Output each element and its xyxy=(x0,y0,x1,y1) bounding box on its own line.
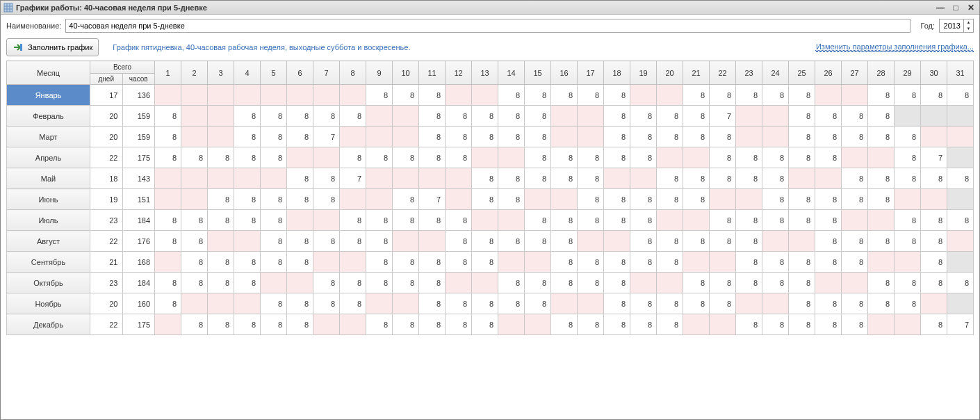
day-cell[interactable]: 8 xyxy=(155,273,181,293)
day-cell[interactable] xyxy=(340,85,366,106)
header-day-28[interactable]: 28 xyxy=(868,61,895,85)
month-cell[interactable]: Декабрь xyxy=(7,314,90,335)
day-cell[interactable] xyxy=(393,231,419,252)
day-cell[interactable] xyxy=(472,147,498,168)
day-cell[interactable] xyxy=(366,127,393,147)
day-cell[interactable] xyxy=(710,189,736,210)
day-cell[interactable] xyxy=(155,85,181,106)
table-row[interactable]: Июль2318488888888888888888888888 xyxy=(7,210,974,231)
day-cell[interactable]: 8 xyxy=(287,314,313,335)
day-cell[interactable]: 8 xyxy=(446,231,472,252)
day-cell[interactable] xyxy=(208,293,234,314)
hours-cell[interactable]: 136 xyxy=(122,85,155,106)
day-cell[interactable]: 8 xyxy=(525,168,551,189)
day-cell[interactable]: 8 xyxy=(895,293,921,314)
day-cell[interactable]: 8 xyxy=(234,189,261,210)
day-cell[interactable]: 8 xyxy=(472,127,498,147)
day-cell[interactable] xyxy=(895,189,921,210)
day-cell[interactable]: 8 xyxy=(842,293,868,314)
header-day-9[interactable]: 9 xyxy=(366,61,393,85)
day-cell[interactable]: 8 xyxy=(525,147,551,168)
day-cell[interactable]: 8 xyxy=(155,127,181,147)
day-cell[interactable] xyxy=(287,210,313,231)
day-cell[interactable]: 8 xyxy=(657,106,683,127)
day-cell[interactable]: 8 xyxy=(498,127,525,147)
day-cell[interactable] xyxy=(683,147,710,168)
day-cell[interactable]: 8 xyxy=(287,106,313,127)
day-cell[interactable]: 8 xyxy=(181,273,208,293)
day-cell[interactable] xyxy=(710,314,736,335)
day-cell[interactable] xyxy=(472,273,498,293)
month-cell[interactable]: Сентябрь xyxy=(7,252,90,273)
hours-cell[interactable]: 176 xyxy=(122,231,155,252)
day-cell[interactable] xyxy=(181,168,208,189)
day-cell[interactable] xyxy=(947,127,974,147)
day-cell[interactable] xyxy=(366,189,393,210)
header-day-1[interactable]: 1 xyxy=(155,61,181,85)
day-cell[interactable]: 8 xyxy=(604,252,630,273)
year-up-button[interactable]: ▲ xyxy=(963,19,973,26)
day-cell[interactable]: 7 xyxy=(921,147,947,168)
day-cell[interactable]: 8 xyxy=(683,189,710,210)
days-cell[interactable]: 18 xyxy=(90,168,123,189)
day-cell[interactable]: 8 xyxy=(525,85,551,106)
day-cell[interactable]: 8 xyxy=(181,231,208,252)
header-day-30[interactable]: 30 xyxy=(921,61,947,85)
day-cell[interactable]: 8 xyxy=(340,147,366,168)
day-cell[interactable] xyxy=(393,106,419,127)
day-cell[interactable] xyxy=(842,85,868,106)
day-cell[interactable] xyxy=(604,168,630,189)
day-cell[interactable] xyxy=(657,210,683,231)
day-cell[interactable]: 8 xyxy=(895,127,921,147)
header-day-19[interactable]: 19 xyxy=(630,61,657,85)
day-cell[interactable]: 8 xyxy=(366,231,393,252)
hours-cell[interactable]: 184 xyxy=(122,210,155,231)
day-cell[interactable] xyxy=(710,252,736,273)
day-cell[interactable]: 8 xyxy=(578,168,604,189)
header-day-27[interactable]: 27 xyxy=(842,61,868,85)
day-cell[interactable]: 8 xyxy=(419,210,446,231)
table-row[interactable]: Сентябрь21168888888888888888888888 xyxy=(7,252,974,273)
day-cell[interactable] xyxy=(313,210,340,231)
day-cell[interactable]: 8 xyxy=(313,168,340,189)
year-down-button[interactable]: ▼ xyxy=(963,26,973,32)
day-cell[interactable]: 8 xyxy=(868,85,895,106)
day-cell[interactable] xyxy=(868,210,895,231)
day-cell[interactable] xyxy=(947,293,974,314)
day-cell[interactable]: 8 xyxy=(710,231,736,252)
header-day-20[interactable]: 20 xyxy=(657,61,683,85)
header-day-10[interactable]: 10 xyxy=(393,61,419,85)
day-cell[interactable] xyxy=(393,168,419,189)
day-cell[interactable]: 8 xyxy=(419,252,446,273)
day-cell[interactable]: 8 xyxy=(287,231,313,252)
day-cell[interactable] xyxy=(868,252,895,273)
day-cell[interactable]: 8 xyxy=(789,106,815,127)
day-cell[interactable]: 8 xyxy=(208,210,234,231)
day-cell[interactable] xyxy=(155,189,181,210)
day-cell[interactable] xyxy=(578,127,604,147)
day-cell[interactable]: 8 xyxy=(525,210,551,231)
day-cell[interactable]: 8 xyxy=(419,314,446,335)
minimize-button[interactable]: ― xyxy=(935,3,946,13)
day-cell[interactable]: 8 xyxy=(498,293,525,314)
day-cell[interactable] xyxy=(498,252,525,273)
day-cell[interactable]: 8 xyxy=(789,189,815,210)
day-cell[interactable]: 8 xyxy=(498,189,525,210)
day-cell[interactable]: 8 xyxy=(710,273,736,293)
day-cell[interactable]: 8 xyxy=(287,189,313,210)
days-cell[interactable]: 20 xyxy=(90,106,123,127)
day-cell[interactable]: 8 xyxy=(657,231,683,252)
table-row[interactable]: Апрель221758888888888888888888887 xyxy=(7,147,974,168)
day-cell[interactable]: 8 xyxy=(208,147,234,168)
header-day-29[interactable]: 29 xyxy=(895,61,921,85)
hours-cell[interactable]: 143 xyxy=(122,168,155,189)
day-cell[interactable]: 8 xyxy=(736,147,762,168)
day-cell[interactable] xyxy=(551,293,578,314)
day-cell[interactable]: 8 xyxy=(261,106,287,127)
day-cell[interactable] xyxy=(313,252,340,273)
day-cell[interactable]: 7 xyxy=(710,106,736,127)
day-cell[interactable]: 8 xyxy=(525,273,551,293)
day-cell[interactable] xyxy=(419,231,446,252)
day-cell[interactable]: 8 xyxy=(181,210,208,231)
day-cell[interactable]: 8 xyxy=(815,314,842,335)
